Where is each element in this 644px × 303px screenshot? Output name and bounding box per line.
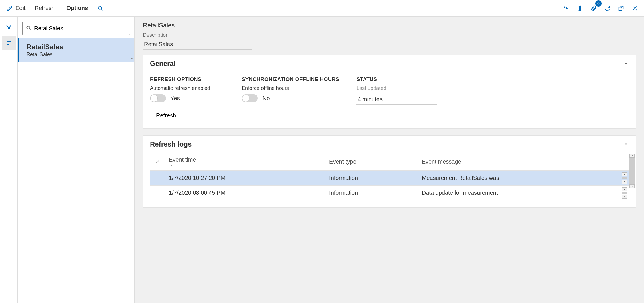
enforce-value: No [262, 95, 270, 102]
divider [61, 3, 61, 13]
options-button[interactable]: Options [62, 0, 93, 16]
cell-event-type: Information [325, 171, 417, 186]
table-row[interactable]: 1/7/2020 08:00:45 PM Information Data up… [150, 186, 629, 200]
edit-button[interactable]: Edit [2, 0, 30, 16]
cell-event-time: 1/7/2020 10:27:20 PM [164, 171, 325, 186]
search-command[interactable] [93, 0, 108, 16]
cell-event-type: Information [325, 186, 417, 200]
page-title: RetailSales [143, 22, 636, 29]
general-title: General [150, 60, 175, 68]
event-type-header[interactable]: Event type [325, 153, 417, 171]
edit-label: Edit [15, 5, 25, 11]
svg-point-8 [27, 26, 30, 29]
spin-track[interactable] [622, 192, 627, 194]
dynamics-icon[interactable] [559, 1, 573, 15]
enforce-toggle[interactable] [242, 94, 258, 102]
enforce-label: Enforce offline hours [242, 85, 339, 91]
event-time-header[interactable]: Event time [164, 153, 325, 171]
sync-label: SYNCHRONIZATION OFFLINE HOURS [242, 76, 339, 82]
general-card: General REFRESH OPTIONS Automatic refres… [143, 55, 636, 129]
last-updated-value: 4 minutes [356, 94, 437, 105]
event-message-header[interactable]: Event message [417, 153, 629, 171]
search-icon [97, 5, 104, 11]
refresh-label: Refresh [34, 5, 54, 11]
sidebar-item-retailsales[interactable]: RetailSales RetailSales [18, 38, 134, 62]
reload-icon[interactable] [600, 1, 614, 15]
sidebar: RetailSales RetailSales [18, 17, 135, 303]
refresh-logs-title: Refresh logs [150, 140, 192, 148]
search-icon [26, 25, 32, 31]
attachments-button[interactable]: 0 [587, 1, 600, 15]
sidebar-item-title: RetailSales [26, 43, 128, 51]
auto-refresh-toggle[interactable] [150, 94, 166, 102]
table-scrollbar[interactable]: ▴ ▾ [629, 154, 635, 188]
cell-spinner[interactable]: ▴ ▾ [622, 187, 627, 199]
left-rail [0, 17, 18, 303]
spin-up-icon[interactable]: ▴ [622, 187, 627, 191]
logs-table: Event time Event type Event message [150, 153, 629, 200]
check-all-header[interactable] [150, 153, 164, 171]
close-icon[interactable] [628, 1, 642, 15]
chevron-up-icon [623, 141, 629, 147]
cell-event-message: Measurement RetailSales was [422, 175, 499, 181]
refresh-options-label: REFRESH OPTIONS [150, 76, 225, 82]
sidebar-scroll[interactable] [130, 57, 134, 60]
search-input[interactable] [22, 22, 130, 35]
spin-track[interactable] [622, 177, 627, 179]
list-icon[interactable] [2, 36, 16, 50]
detail-pane: RetailSales Description RetailSales Gene… [135, 17, 644, 303]
status-label: STATUS [356, 76, 437, 82]
spin-up-icon[interactable]: ▴ [622, 172, 627, 176]
sidebar-item-subtitle: RetailSales [26, 52, 128, 58]
popout-icon[interactable] [614, 1, 628, 15]
svg-point-0 [98, 6, 102, 9]
description-value[interactable]: RetailSales [143, 39, 252, 50]
refresh-logs-header[interactable]: Refresh logs [143, 136, 636, 153]
filter-icon[interactable] [2, 20, 16, 34]
refresh-button[interactable]: Refresh [150, 109, 182, 122]
attachments-badge-count: 0 [595, 0, 602, 7]
svg-line-9 [30, 29, 31, 30]
pencil-icon [7, 5, 13, 11]
scroll-track[interactable] [629, 158, 635, 184]
chevron-up-icon [623, 61, 629, 66]
spin-down-icon[interactable]: ▾ [622, 180, 627, 184]
command-bar: Edit Refresh Options 0 [0, 0, 644, 17]
auto-refresh-value: Yes [171, 95, 180, 102]
options-label: Options [67, 5, 88, 11]
scroll-down-icon[interactable]: ▾ [629, 184, 635, 188]
svg-line-1 [101, 9, 103, 10]
spin-down-icon[interactable]: ▾ [622, 195, 627, 199]
refresh-logs-card: Refresh logs Event time [143, 135, 636, 208]
last-updated-label: Last updated [356, 85, 437, 91]
cell-spinner[interactable]: ▴ ▾ [622, 172, 627, 184]
table-row[interactable]: 1/7/2020 10:27:20 PM Information Measure… [150, 171, 629, 186]
auto-refresh-label: Automatic refresh enabled [150, 85, 225, 91]
cell-event-message: Data update for measurement [422, 190, 498, 196]
cell-event-time: 1/7/2020 08:00:45 PM [164, 186, 325, 200]
scroll-up-icon[interactable]: ▴ [629, 154, 635, 158]
sort-down-icon [169, 163, 320, 167]
general-header[interactable]: General [143, 55, 636, 72]
description-label: Description [143, 32, 636, 38]
office-icon[interactable] [573, 1, 587, 15]
refresh-command[interactable]: Refresh [30, 0, 59, 16]
